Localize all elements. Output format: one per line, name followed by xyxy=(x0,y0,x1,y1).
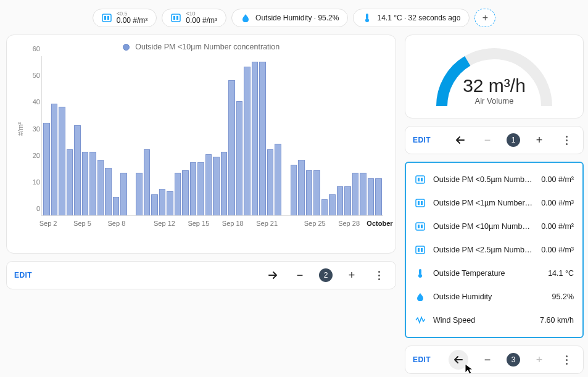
chart-bar[interactable] xyxy=(313,170,320,215)
y-tick: 60 xyxy=(33,45,40,52)
plus-button[interactable]: + xyxy=(531,132,547,148)
sensor-row[interactable]: Outside PM <0.5µm Number co…0.00 #/m³ xyxy=(415,168,574,191)
chip-bar: <0.5 0.00 #/m³ <10 0.00 #/m³ Outside Hum… xyxy=(0,0,588,35)
plus-button[interactable]: + xyxy=(344,267,360,283)
svg-rect-10 xyxy=(421,178,423,181)
svg-rect-5 xyxy=(176,16,178,20)
edit-button[interactable]: EDIT xyxy=(413,355,431,364)
chip-pm10[interactable]: <10 0.00 #/m³ xyxy=(162,9,226,27)
chart-bar[interactable] xyxy=(113,197,120,215)
chart-bar[interactable] xyxy=(82,152,89,215)
sensor-row[interactable]: Outside PM <10µm Number con…0.00 #/m³ xyxy=(415,215,574,238)
sensor-row[interactable]: Outside PM <2.5µm Number co…0.00 #/m³ xyxy=(415,238,574,262)
chart-bar[interactable] xyxy=(306,170,313,215)
chart-bar[interactable] xyxy=(74,125,81,215)
chart-bar[interactable] xyxy=(97,160,104,215)
chart-bar[interactable] xyxy=(182,170,189,215)
chart-bar[interactable] xyxy=(236,101,243,215)
sensor-row[interactable]: Outside Humidity95.2% xyxy=(415,285,574,309)
vertical-dots-icon xyxy=(566,136,568,145)
vertical-dots-icon xyxy=(566,355,568,365)
page-badge: 2 xyxy=(319,268,333,282)
y-axis: 0102030405060 xyxy=(23,56,40,216)
arrow-left-icon[interactable] xyxy=(449,350,468,370)
menu-button[interactable] xyxy=(558,352,574,368)
plus-button[interactable]: + xyxy=(531,352,547,368)
chart-bar[interactable] xyxy=(159,189,166,215)
pm-icon xyxy=(415,198,426,208)
x-tick: Sep 15 xyxy=(188,220,209,227)
chart-bar[interactable] xyxy=(43,123,50,216)
chart-bar[interactable] xyxy=(190,162,197,215)
svg-rect-11 xyxy=(416,199,424,207)
chip-value: 0.00 #/m³ xyxy=(117,17,148,25)
x-tick: Sep 18 xyxy=(222,220,244,227)
chip-value: 0.00 #/m³ xyxy=(186,17,217,25)
sensor-row[interactable]: Outside Temperature14.1 °C xyxy=(415,262,574,285)
x-tick: October xyxy=(366,220,392,227)
svg-rect-1 xyxy=(104,16,106,20)
chart-bar[interactable] xyxy=(360,173,366,215)
edit-button[interactable]: EDIT xyxy=(413,136,431,144)
chart-bar[interactable] xyxy=(259,62,266,215)
svg-rect-18 xyxy=(418,248,420,252)
svg-rect-12 xyxy=(418,201,420,205)
svg-rect-9 xyxy=(418,178,420,181)
edit-button[interactable]: EDIT xyxy=(14,271,32,280)
chip-humidity[interactable]: Outside Humidity · 95.2% xyxy=(231,9,348,27)
chart-bar[interactable] xyxy=(368,178,375,215)
chart-bar[interactable] xyxy=(175,173,181,215)
chart-bar[interactable] xyxy=(89,152,96,215)
chart-bar[interactable] xyxy=(337,186,344,215)
chart-plot-area[interactable]: #/m³ 0102030405060 Sep 2Sep 5Sep 8Sep 12… xyxy=(41,56,386,232)
chart-bar[interactable] xyxy=(252,62,259,215)
menu-button[interactable] xyxy=(558,132,574,148)
chart-bar[interactable] xyxy=(244,67,251,215)
sensor-name: Outside Humidity xyxy=(433,292,545,301)
sensor-name: Outside PM <10µm Number con… xyxy=(433,222,534,231)
chart-bar[interactable] xyxy=(291,165,297,215)
minus-button[interactable]: − xyxy=(479,132,495,148)
svg-rect-15 xyxy=(418,225,420,228)
chart-bar[interactable] xyxy=(375,178,382,215)
chart-bar[interactable] xyxy=(105,168,112,215)
chart-bar[interactable] xyxy=(120,173,127,215)
sensor-value: 7.60 km/h xyxy=(540,316,574,325)
temp-icon xyxy=(415,268,426,278)
chart-bar[interactable] xyxy=(144,149,151,216)
page-badge: 1 xyxy=(507,133,520,147)
arrow-left-icon[interactable] xyxy=(452,132,468,148)
sensor-row[interactable]: Outside PM <1µm Number conc…0.00 #/m³ xyxy=(415,191,574,215)
minus-button[interactable]: − xyxy=(292,267,308,283)
chart-bar[interactable] xyxy=(344,186,351,215)
chart-bar[interactable] xyxy=(136,173,143,215)
chart-bar[interactable] xyxy=(213,157,220,215)
bar-plot xyxy=(41,56,383,216)
chart-bar[interactable] xyxy=(59,107,65,215)
chart-bar[interactable] xyxy=(275,144,281,215)
add-chip-button[interactable]: + xyxy=(474,9,495,27)
chart-bar[interactable] xyxy=(205,154,212,215)
chart-bar[interactable] xyxy=(329,194,336,215)
vertical-dots-icon xyxy=(378,271,380,280)
chart-bar[interactable] xyxy=(298,160,305,215)
arrow-right-icon[interactable] xyxy=(265,267,281,283)
svg-point-21 xyxy=(418,274,422,278)
chart-bar[interactable] xyxy=(67,149,73,216)
gauge-card: 32 m³/h Air Volume xyxy=(405,35,584,118)
chart-bar[interactable] xyxy=(51,104,58,215)
sensor-value: 0.00 #/m³ xyxy=(541,199,574,207)
chart-bar[interactable] xyxy=(267,149,274,216)
menu-button[interactable] xyxy=(371,267,387,283)
chart-bar[interactable] xyxy=(167,191,173,215)
chip-temp[interactable]: 14.1 °C · 32 seconds ago xyxy=(353,9,470,27)
chart-bar[interactable] xyxy=(228,80,235,215)
chart-bar[interactable] xyxy=(221,152,228,215)
minus-button[interactable]: − xyxy=(479,352,495,368)
chart-bar[interactable] xyxy=(352,173,359,215)
chart-bar[interactable] xyxy=(197,162,204,215)
sensor-row[interactable]: Wind Speed7.60 km/h xyxy=(415,309,574,332)
chip-pm05[interactable]: <0.5 0.00 #/m³ xyxy=(93,9,157,27)
chart-bar[interactable] xyxy=(321,199,328,215)
chart-bar[interactable] xyxy=(151,194,158,215)
